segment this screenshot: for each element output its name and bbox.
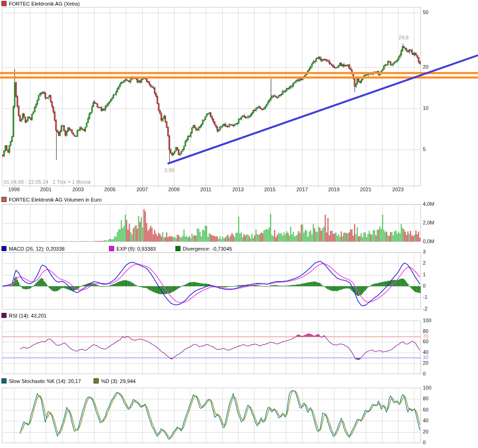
price-panel-title: FORTEC Elektronik AG (Xetra): [9, 1, 80, 7]
price-panel-legend[interactable]: FORTEC Elektronik AG (Xetra): [1, 0, 80, 7]
macd-y-tick: -1: [423, 294, 427, 300]
stoch-legend-item-k[interactable]: Slow Stochastic %K (14): 20,17: [1, 378, 81, 384]
macd-y-tick: 1: [423, 272, 426, 277]
price-y-tick: 20: [423, 64, 428, 70]
stoch-y-tick: 80: [423, 396, 428, 401]
rsi-panel-legend[interactable]: RSI (14): 43,201: [1, 312, 47, 318]
x-year-label: 2015: [260, 187, 280, 192]
exp-label: EXP (9): 0,93383: [116, 246, 156, 252]
date-range-label: 01.04.98 - 22.05.24 1 Tick = 1 Monat: [4, 179, 91, 185]
x-year-label: 2007: [132, 187, 152, 192]
macd-legend-item-divergence[interactable]: Divergence: -0,73045: [175, 246, 232, 252]
volume-y-tick: 0,0M: [423, 238, 434, 244]
stoch-y-tick: 40: [423, 418, 428, 423]
divergence-label: Divergence: -0,73045: [183, 246, 232, 252]
volume-y-tick: 4,0M: [423, 201, 434, 207]
price-legend-swatch-icon: [1, 1, 7, 6]
divergence-swatch-icon: [175, 246, 181, 251]
volume-panel-title: FORTEC Elektronik AG Volumen in Euro: [9, 197, 102, 202]
volume-y-tick: 2,0M: [423, 220, 434, 225]
macd-legend-item-exp[interactable]: EXP (9): 0,93383: [109, 246, 156, 252]
macd-legend-item-macd[interactable]: MACD (26, 12): 0,20338: [1, 246, 65, 252]
rsi-y-tick: 60: [423, 339, 428, 344]
stoch-legend-item-d[interactable]: %D (3): 29,944: [94, 378, 136, 384]
x-year-label: 2005: [100, 187, 120, 192]
macd-label: MACD (26, 12): 0,20338: [9, 246, 65, 252]
volume-panel-legend[interactable]: FORTEC Elektronik AG Volumen in Euro: [1, 196, 102, 202]
x-year-label: 2001: [36, 187, 56, 192]
x-year-label: 1999: [4, 187, 24, 192]
x-year-label: 2019: [324, 187, 344, 192]
volume-legend-swatch-icon: [1, 197, 7, 202]
exp-swatch-icon: [109, 246, 114, 251]
x-year-label: 2017: [292, 187, 312, 192]
stoch-k-label: Slow Stochastic %K (14): 20,17: [9, 378, 81, 384]
stock-chart-app: FORTEC Elektronik AG (Xetra) 01.04.98 - …: [0, 0, 478, 448]
macd-swatch-icon: [1, 246, 7, 251]
high-price-annotation: 29,8: [393, 35, 414, 40]
rsi-y-tick: 0: [423, 371, 426, 376]
x-year-label: 2003: [68, 187, 88, 192]
stoch-y-tick: 100: [423, 385, 431, 390]
x-year-label: 2021: [355, 187, 376, 192]
macd-y-tick: 3: [423, 249, 426, 254]
macd-y-tick: 0: [423, 283, 426, 289]
price-y-tick: 50: [423, 9, 428, 15]
stoch-k-swatch-icon: [1, 378, 7, 383]
x-year-label: 2023: [388, 187, 408, 192]
macd-y-tick: -2: [423, 306, 427, 311]
stoch-d-swatch-icon: [94, 378, 99, 383]
rsi-y-tick: 20: [423, 360, 428, 366]
x-year-label: 2013: [228, 187, 248, 192]
rsi-legend-swatch-icon: [1, 313, 7, 318]
low-price-annotation: 3,99: [159, 167, 180, 173]
x-year-label: 2011: [196, 187, 216, 192]
macd-y-tick: 2: [423, 260, 426, 266]
x-year-label: 2009: [164, 187, 184, 192]
rsi-label: RSI (14): 43,201: [9, 313, 47, 318]
stoch-y-tick: 60: [423, 407, 428, 412]
price-y-tick: 5: [423, 146, 426, 152]
price-y-tick: 10: [423, 105, 428, 111]
stoch-d-label: %D (3): 29,944: [101, 378, 136, 384]
stoch-y-tick: 0: [423, 440, 426, 445]
rsi-y-tick: 30: [423, 354, 428, 360]
rsi-y-tick: 100: [423, 318, 431, 323]
stoch-y-tick: 20: [423, 429, 428, 434]
